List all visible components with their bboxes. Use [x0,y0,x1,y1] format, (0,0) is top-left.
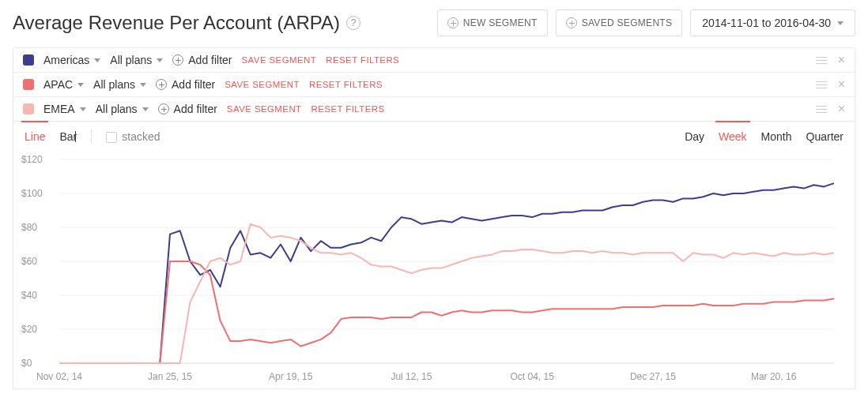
segments-panel: Americas All plans Add filter SAVE SEGME… [13,47,855,122]
reset-filters-link[interactable]: RESET FILTERS [311,104,385,114]
y-axis-tick-label: $0 [21,358,32,369]
chart-type-bar[interactable]: Bar [59,130,77,143]
drag-handle-icon[interactable] [816,54,827,66]
segment-plans-label: All plans [96,103,138,115]
save-segment-link[interactable]: SAVE SEGMENT [242,55,317,65]
drag-handle-icon[interactable] [816,79,827,91]
plus-icon [158,103,169,114]
segment-name-select[interactable]: Americas [43,54,100,66]
y-axis-tick-label: $100 [21,188,43,199]
drag-handle-icon[interactable] [816,103,827,115]
text-cursor [75,131,76,142]
chart-panel: Line Bar stacked Day Week Month Quarter … [13,122,855,389]
y-axis-tick-label: $80 [21,222,37,233]
segment-name-label: EMEA [43,103,75,115]
segment-plans-label: All plans [93,78,135,91]
divider [91,129,92,144]
plus-icon [447,17,459,28]
y-axis-tick-label: $40 [21,290,37,301]
segment-swatch [23,54,34,66]
y-axis-tick-label: $120 [21,154,43,165]
segment-plans-label: All plans [110,54,152,66]
reset-filters-link[interactable]: RESET FILTERS [309,80,383,89]
saved-segments-button[interactable]: SAVED SEGMENTS [556,9,683,36]
plus-icon [156,79,167,90]
x-axis-tick-label: Jan 25, 15 [148,371,192,382]
chevron-down-icon [77,83,84,87]
new-segment-label: NEW SEGMENT [463,17,538,28]
chevron-down-icon [837,21,843,25]
segment-swatch [23,103,34,114]
agg-day[interactable]: Day [685,130,704,143]
agg-month[interactable]: Month [761,130,792,143]
chart-type-line[interactable]: Line [25,130,45,143]
add-filter-button[interactable]: Add filter [158,103,217,115]
chevron-down-icon [142,107,149,111]
page-title: Average Revenue Per Account (ARPA) [13,12,340,34]
series-line [59,224,834,363]
reset-filters-link[interactable]: RESET FILTERS [326,55,399,65]
series-line [59,183,834,363]
y-axis-tick-label: $60 [21,256,37,267]
close-icon[interactable]: × [838,78,845,91]
aggregation-toggle: Day Week Month Quarter [685,130,843,143]
chart-area: $0$20$40$60$80$100$120Nov 02, 14Jan 25, … [21,153,847,382]
x-axis-tick-label: Mar 20, 16 [751,371,796,382]
date-range-label: 2014-11-01 to 2016-04-30 [702,17,831,29]
plus-icon [566,17,577,28]
chart-type-toggle: Line Bar [25,130,77,143]
new-segment-button[interactable]: NEW SEGMENT [437,9,548,36]
chevron-down-icon [140,83,146,87]
segment-swatch [23,79,34,90]
save-segment-link[interactable]: SAVE SEGMENT [227,104,302,114]
checkbox-icon [106,132,117,143]
segment-name-label: APAC [43,78,73,91]
help-icon[interactable]: ? [346,16,360,30]
agg-week[interactable]: Week [719,130,747,143]
stacked-toggle[interactable]: stacked [106,130,160,143]
y-axis-tick-label: $20 [21,324,37,335]
save-segment-link[interactable]: SAVE SEGMENT [225,80,300,89]
x-axis-tick-label: Dec 27, 15 [630,371,676,382]
segment-name-select[interactable]: APAC [43,78,84,91]
x-axis-tick-label: Oct 04, 15 [510,371,553,382]
add-filter-label: Add filter [172,78,215,91]
series-line [59,261,834,363]
x-axis-tick-label: Jul 12, 15 [391,371,432,382]
add-filter-label: Add filter [174,103,217,115]
segment-plans-select[interactable]: All plans [93,78,146,91]
segment-plans-select[interactable]: All plans [110,54,163,66]
segment-row: Americas All plans Add filter SAVE SEGME… [13,48,855,72]
plus-icon [172,54,183,66]
chevron-down-icon [94,58,100,62]
close-icon[interactable]: × [838,103,845,115]
chevron-down-icon [80,107,86,111]
segment-name-label: Americas [43,54,89,66]
add-filter-button[interactable]: Add filter [172,54,232,66]
segment-row: APAC All plans Add filter SAVE SEGMENT R… [13,72,855,96]
date-range-picker[interactable]: 2014-11-01 to 2016-04-30 [690,9,855,36]
segment-row: EMEA All plans Add filter SAVE SEGMENT R… [13,96,855,121]
segment-name-select[interactable]: EMEA [43,103,86,115]
add-filter-label: Add filter [188,54,232,66]
segment-plans-select[interactable]: All plans [96,103,149,115]
chevron-down-icon [157,58,163,62]
x-axis-tick-label: Apr 19, 15 [269,371,312,382]
add-filter-button[interactable]: Add filter [156,78,215,91]
agg-quarter[interactable]: Quarter [806,130,843,143]
x-axis-tick-label: Nov 02, 14 [36,371,82,382]
saved-segments-label: SAVED SEGMENTS [582,17,673,28]
close-icon[interactable]: × [838,54,845,66]
line-chart-svg [21,153,843,382]
